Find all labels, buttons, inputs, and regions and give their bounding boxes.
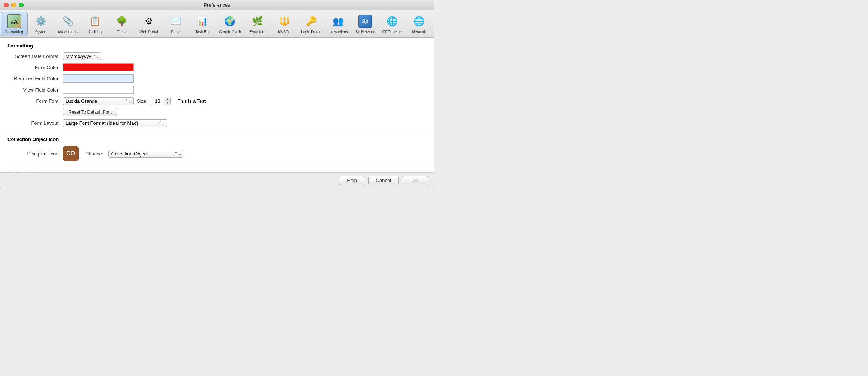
font-size-arrows: ▲ ▼ bbox=[164, 97, 170, 105]
required-field-color-row: Required Field Color: bbox=[7, 74, 427, 83]
toolbar-label-system: System bbox=[35, 30, 47, 34]
form-font-label: Form Font: bbox=[7, 98, 60, 104]
close-button[interactable] bbox=[4, 3, 9, 7]
required-field-color-label: Required Field Color: bbox=[7, 76, 60, 81]
error-color-row: Error Color: bbox=[7, 63, 427, 71]
title-bar: Preferences bbox=[0, 0, 434, 10]
toolbar-item-interactions[interactable]: 👥 Interactions bbox=[325, 12, 352, 36]
googleearth-icon: 🌍 bbox=[222, 14, 237, 29]
toolbar-item-webportal[interactable]: ⚙ Web Portal bbox=[135, 12, 162, 36]
toolbar-label-mysql: MySQL bbox=[278, 30, 290, 34]
toolbar-item-system[interactable]: ⚙️ System bbox=[28, 12, 55, 36]
toolbar-label-network: Network bbox=[412, 30, 426, 34]
toolbar-label-auditing: Auditing bbox=[88, 30, 102, 34]
toolbar-item-taskbar[interactable]: 📊 Task Bar bbox=[189, 12, 216, 36]
co-icon-text: CO bbox=[66, 150, 75, 157]
toolbar-label-formatting: Formatting bbox=[5, 30, 23, 34]
screen-date-format-wrapper: MM/dd/yyyy dd/MM/yyyy yyyy/MM/dd ⌃⌄ bbox=[63, 52, 101, 60]
discipline-icon-label: Discipline Icon: bbox=[7, 151, 60, 157]
interactions-icon: 👥 bbox=[331, 14, 346, 29]
form-font-wrapper: Lucida Grande ⌃⌄ bbox=[63, 97, 134, 105]
bottom-bar: Help Cancel OK bbox=[0, 172, 434, 188]
window-title: Preferences bbox=[204, 2, 230, 8]
divider-collection bbox=[7, 132, 427, 132]
screen-date-format-row: Screen Date Format: MM/dd/yyyy dd/MM/yyy… bbox=[7, 52, 427, 60]
toolbar-label-attachments: Attachments bbox=[58, 30, 79, 34]
toolbar-item-mysql[interactable]: 🔱 MySQL bbox=[271, 12, 298, 36]
symbiota-icon: 🌿 bbox=[250, 14, 265, 29]
toolbar-label-webportal: Web Portal bbox=[139, 30, 158, 34]
email-icon: ✉️ bbox=[168, 14, 183, 29]
form-font-row: Form Font: Lucida Grande ⌃⌄ Size: 13 ▲ ▼… bbox=[7, 97, 427, 105]
choose-label: Choose: bbox=[85, 151, 103, 157]
preferences-window: Preferences aA Formatting ⚙️ System 📎 At… bbox=[0, 0, 434, 188]
toolbar-item-geolocate[interactable]: 🌐 GEOLocate bbox=[379, 12, 406, 36]
reset-font-button[interactable]: Reset To Default Font bbox=[63, 108, 117, 116]
toolbar-label-spnetwork: Sp Network bbox=[355, 30, 375, 34]
spnetwork-icon: Sp bbox=[358, 14, 373, 29]
auditing-icon: 📋 bbox=[87, 14, 102, 29]
view-field-color-row: View Field Color: bbox=[7, 86, 427, 94]
toolbar-label-taskbar: Task Bar bbox=[196, 30, 210, 34]
reset-font-row: Reset To Default Font bbox=[63, 108, 427, 116]
toolbar-item-attachments[interactable]: 📎 Attachments bbox=[55, 12, 81, 36]
help-button[interactable]: Help bbox=[339, 176, 365, 185]
cancel-button[interactable]: Cancel bbox=[368, 176, 399, 185]
toolbar-label-interactions: Interactions bbox=[329, 30, 348, 34]
toolbar-label-email: Email bbox=[171, 30, 180, 34]
font-size-control: 13 ▲ ▼ bbox=[151, 97, 171, 105]
screen-date-format-select[interactable]: MM/dd/yyyy dd/MM/yyyy yyyy/MM/dd bbox=[63, 52, 101, 60]
maximize-button[interactable] bbox=[19, 3, 24, 7]
divider-application bbox=[7, 166, 427, 166]
size-label: Size: bbox=[137, 98, 148, 104]
formatting-section-title: Formatting bbox=[7, 43, 427, 49]
logindialog-icon: 🔑 bbox=[304, 14, 319, 29]
form-layout-row: Form Layout: Large Font Format (ideal fo… bbox=[7, 119, 427, 127]
font-preview-text: This is a Test bbox=[178, 98, 206, 104]
discipline-icon-co: CO bbox=[63, 146, 79, 161]
toolbar-item-formatting[interactable]: aA Formatting bbox=[1, 12, 28, 36]
choose-select[interactable]: Collection Object Other bbox=[108, 150, 183, 158]
required-field-color-swatch[interactable] bbox=[63, 74, 134, 83]
view-field-color-swatch[interactable] bbox=[63, 86, 134, 94]
trees-icon: 🌳 bbox=[114, 14, 129, 29]
toolbar-item-network[interactable]: 🌐 Network bbox=[406, 12, 433, 36]
toolbar-item-googleearth[interactable]: 🌍 Google Earth bbox=[216, 12, 244, 36]
toolbar-item-symbiota[interactable]: 🌿 Symbiota bbox=[244, 12, 271, 36]
font-size-down-button[interactable]: ▼ bbox=[164, 101, 170, 105]
toolbar: aA Formatting ⚙️ System 📎 Attachments 📋 … bbox=[0, 10, 434, 38]
system-icon: ⚙️ bbox=[34, 14, 49, 29]
font-size-value: 13 bbox=[151, 98, 164, 105]
font-size-up-button[interactable]: ▲ bbox=[164, 97, 170, 101]
taskbar-icon: 📊 bbox=[195, 14, 210, 29]
toolbar-label-geolocate: GEOLocate bbox=[382, 30, 402, 34]
toolbar-item-logindialog[interactable]: 🔑 Login Dialog bbox=[298, 12, 325, 36]
webportal-icon: ⚙ bbox=[141, 14, 156, 29]
form-layout-label: Form Layout: bbox=[7, 120, 60, 126]
toolbar-item-spnetwork[interactable]: Sp Sp Network bbox=[352, 12, 379, 36]
toolbar-item-email[interactable]: ✉️ Email bbox=[162, 12, 189, 36]
choose-wrapper: Collection Object Other ⌃⌄ bbox=[108, 150, 183, 158]
window-controls bbox=[4, 3, 24, 7]
minimize-button[interactable] bbox=[11, 3, 16, 7]
ok-button[interactable]: OK bbox=[402, 176, 428, 185]
formatting-icon: aA bbox=[7, 14, 22, 29]
discipline-icon-row: Discipline Icon: CO Choose: Collection O… bbox=[7, 146, 427, 161]
mysql-icon: 🔱 bbox=[277, 14, 292, 29]
form-layout-select[interactable]: Large Font Format (ideal for Mac) Small … bbox=[63, 119, 167, 127]
form-font-select[interactable]: Lucida Grande bbox=[63, 97, 134, 105]
network-icon: 🌐 bbox=[412, 14, 427, 29]
form-layout-wrapper: Large Font Format (ideal for Mac) Small … bbox=[63, 119, 167, 127]
toolbar-item-auditing[interactable]: 📋 Auditing bbox=[81, 12, 108, 36]
screen-date-format-label: Screen Date Format: bbox=[7, 53, 60, 59]
view-field-color-label: View Field Color: bbox=[7, 87, 60, 93]
toolbar-label-symbiota: Symbiota bbox=[250, 30, 265, 34]
error-color-swatch[interactable] bbox=[63, 63, 134, 71]
toolbar-label-logindialog: Login Dialog bbox=[301, 30, 322, 34]
error-color-label: Error Color: bbox=[7, 65, 60, 70]
toolbar-label-trees: Trees bbox=[117, 30, 126, 34]
attachments-icon: 📎 bbox=[61, 14, 76, 29]
geolocate-icon: 🌐 bbox=[385, 14, 400, 29]
toolbar-item-trees[interactable]: 🌳 Trees bbox=[108, 12, 135, 36]
toolbar-label-googleearth: Google Earth bbox=[219, 30, 241, 34]
